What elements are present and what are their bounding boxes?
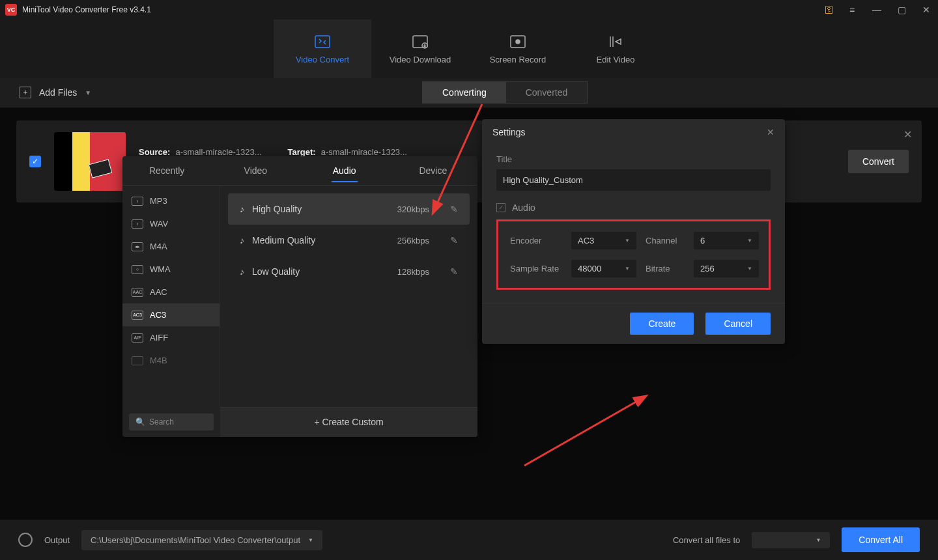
output-path-select[interactable]: C:\Users\bj\Documents\MiniTool Video Con…	[81, 530, 322, 550]
tab-video-convert[interactable]: Video Convert	[274, 20, 371, 78]
target-format-select[interactable]: ▼	[752, 532, 830, 548]
create-button[interactable]: Create	[630, 313, 694, 335]
settings-panel: Settings ✕ Title Audio Encoder AC3▼ Chan…	[482, 119, 785, 344]
edit-icon[interactable]: ✎	[450, 204, 458, 214]
format-item-mp3[interactable]: ♪MP3	[122, 189, 220, 212]
format-tab-video[interactable]: Video	[211, 156, 300, 185]
format-item-wav[interactable]: ♪WAV	[122, 212, 220, 235]
format-tab-audio[interactable]: Audio	[300, 156, 389, 185]
convert-button[interactable]: Convert	[848, 150, 909, 173]
samplerate-select[interactable]: 48000▼	[571, 260, 636, 277]
encoder-select[interactable]: AC3▼	[571, 232, 636, 249]
file-checkbox[interactable]: ✓	[29, 156, 41, 167]
format-item-wma[interactable]: ○WMA	[122, 258, 220, 281]
samplerate-label: Sample Rate	[510, 264, 562, 273]
chevron-down-icon: ▼	[308, 537, 313, 543]
chevron-down-icon: ▼	[85, 89, 91, 96]
format-item-m4b[interactable]: M4B	[122, 349, 220, 372]
svg-point-4	[516, 40, 520, 44]
bottom-bar: Output C:\Users\bj\Documents\MiniTool Vi…	[0, 520, 938, 560]
quality-name: High Quality	[252, 204, 302, 214]
titlebar: VC MiniTool Video Converter Free v3.4.1 …	[0, 0, 938, 20]
target-filename: a-small-miracle-1323...	[321, 147, 407, 157]
settings-close-button[interactable]: ✕	[767, 127, 775, 137]
chevron-down-icon: ▼	[747, 266, 752, 272]
format-icon: AAC	[132, 288, 143, 297]
format-tab-device[interactable]: Device	[389, 156, 477, 185]
audio-settings-grid: Encoder AC3▼ Channel 6▼ Sample Rate 4800…	[496, 219, 771, 290]
tab-screen-record[interactable]: Screen Record	[469, 20, 567, 78]
tab-converting[interactable]: Converting	[423, 82, 506, 103]
quality-list: ♪ High Quality 320kbps ✎ ♪ Medium Qualit…	[220, 186, 477, 407]
add-files-button[interactable]: + Add Files ▼	[20, 87, 91, 98]
app-title: MiniTool Video Converter Free v3.4.1	[22, 5, 151, 14]
edit-icon[interactable]: ✎	[450, 235, 458, 245]
tab-label: Screen Record	[490, 55, 547, 64]
tab-label: Edit Video	[596, 55, 634, 64]
clock-icon[interactable]	[18, 533, 33, 547]
close-button[interactable]: ✕	[920, 5, 933, 15]
top-tabs: Video Convert Video Download Screen Reco…	[0, 20, 938, 78]
bitrate-select[interactable]: 256▼	[694, 260, 759, 277]
title-input[interactable]	[496, 169, 771, 191]
format-icon: AC3	[132, 311, 143, 320]
format-item-m4a[interactable]: ◂▸M4A	[122, 235, 220, 258]
quality-medium[interactable]: ♪ Medium Quality 256kbps ✎	[228, 225, 470, 256]
tab-label: Video Download	[390, 55, 451, 64]
file-thumbnail	[54, 132, 126, 191]
chevron-down-icon: ▼	[747, 238, 752, 244]
menu-icon[interactable]: ≡	[846, 5, 859, 15]
remove-file-button[interactable]: ✕	[903, 128, 912, 141]
svg-line-6	[524, 400, 638, 466]
minimize-button[interactable]: —	[870, 5, 883, 15]
format-search-input[interactable]: 🔍Search	[129, 413, 214, 430]
target-label: Target:	[288, 147, 316, 157]
title-label: Title	[496, 154, 771, 164]
conversion-state-tabs: Converting Converted	[422, 81, 588, 104]
edit-icon[interactable]: ✎	[450, 266, 458, 277]
output-label: Output	[44, 535, 70, 545]
download-icon	[411, 34, 429, 49]
format-item-aac[interactable]: AACAAC	[122, 281, 220, 303]
cancel-button[interactable]: Cancel	[705, 313, 771, 335]
format-icon: ♪	[132, 197, 143, 206]
channel-select[interactable]: 6▼	[694, 232, 759, 249]
convert-all-files-label: Convert all files to	[673, 535, 740, 545]
format-tab-recently[interactable]: Recently	[122, 156, 211, 185]
quality-bitrate: 320kbps	[397, 204, 429, 214]
quality-bitrate: 128kbps	[397, 267, 429, 277]
encoder-label: Encoder	[510, 236, 562, 245]
edit-icon	[606, 34, 625, 49]
create-custom-button[interactable]: + Create Custom	[220, 407, 477, 437]
format-list[interactable]: ♪MP3 ♪WAV ◂▸M4A ○WMA AACAAC AC3AC3 AIFAI…	[122, 186, 220, 407]
source-label: Source:	[139, 147, 170, 157]
format-icon: AIF	[132, 333, 143, 343]
format-item-ac3[interactable]: AC3AC3	[122, 303, 220, 326]
annotation-arrow	[518, 394, 648, 475]
key-icon[interactable]: ⚿	[825, 5, 834, 15]
format-item-aiff[interactable]: AIFAIFF	[122, 326, 220, 349]
quality-high[interactable]: ♪ High Quality 320kbps ✎	[228, 193, 470, 225]
format-popup: Recently Video Audio Device ♪MP3 ♪WAV ◂▸…	[122, 156, 477, 437]
tab-video-download[interactable]: Video Download	[371, 20, 469, 78]
format-icon	[132, 356, 143, 365]
audio-section-label: Audio	[512, 203, 535, 213]
bitrate-label: Bitrate	[646, 264, 685, 273]
music-note-icon: ♪	[240, 266, 244, 277]
format-icon: ◂▸	[132, 242, 143, 251]
convert-all-button[interactable]: Convert All	[842, 527, 920, 552]
tab-edit-video[interactable]: Edit Video	[567, 20, 664, 78]
quality-name: Medium Quality	[252, 235, 315, 245]
quality-name: Low Quality	[252, 266, 300, 277]
quality-bitrate: 256kbps	[397, 236, 429, 245]
quality-low[interactable]: ♪ Low Quality 128kbps ✎	[228, 256, 470, 287]
toolbar: + Add Files ▼ Converting Converted	[0, 78, 938, 107]
settings-heading: Settings	[492, 127, 526, 137]
chevron-down-icon: ▼	[625, 266, 630, 272]
audio-checkbox[interactable]	[496, 203, 505, 212]
format-icon: ♪	[132, 219, 143, 229]
source-filename: a-small-miracle-1323...	[175, 147, 261, 157]
maximize-button[interactable]: ▢	[895, 5, 908, 15]
tab-converted[interactable]: Converted	[506, 82, 588, 103]
tab-label: Video Convert	[296, 55, 349, 64]
